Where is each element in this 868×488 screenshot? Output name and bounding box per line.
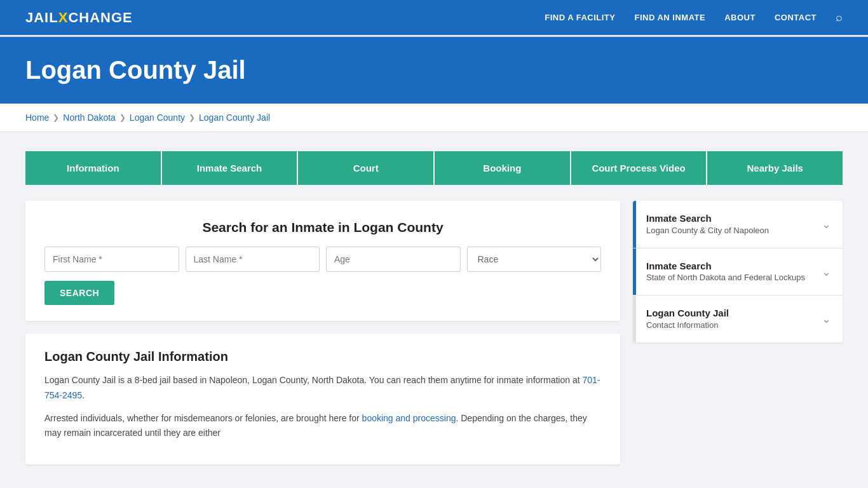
search-fields: Race White Black Hispanic Asian Other — [44, 247, 601, 272]
chevron-down-icon-2: ⌄ — [822, 265, 831, 279]
search-card-title: Search for an Inmate in Logan County — [44, 220, 601, 235]
logo[interactable]: JAIL XCHANGE — [25, 10, 133, 26]
race-select[interactable]: Race White Black Hispanic Asian Other — [467, 247, 602, 272]
tabs: Information Inmate Search Court Booking … — [25, 151, 843, 185]
navbar: JAIL XCHANGE FIND A FACILITY FIND AN INM… — [0, 0, 868, 37]
breadcrumb-current[interactable]: Logan County Jail — [199, 112, 270, 123]
sidebar-text-1: Inmate Search Logan County & City of Nap… — [646, 212, 815, 236]
page-title: Logan County Jail — [25, 56, 843, 85]
sidebar-title-main-1: Inmate Search — [646, 212, 815, 225]
age-input[interactable] — [326, 247, 461, 272]
tab-court[interactable]: Court — [298, 151, 433, 185]
info-card: Logan County Jail Information Logan Coun… — [25, 334, 620, 464]
sidebar-text-3: Logan County Jail Contact Information — [646, 307, 815, 331]
sidebar-title-sub-2: State of North Dakota and Federal Lockup… — [646, 272, 815, 283]
nav-find-inmate[interactable]: FIND AN INMATE — [634, 13, 705, 22]
first-name-input[interactable] — [44, 247, 179, 272]
info-card-title: Logan County Jail Information — [44, 349, 601, 364]
breadcrumb-lc[interactable]: Logan County — [130, 112, 185, 123]
sidebar-accent-2 — [633, 248, 636, 295]
nav-find-facility[interactable]: FIND A FACILITY — [545, 13, 615, 22]
breadcrumb-sep-2: ❯ — [119, 113, 126, 122]
main-panel: Search for an Inmate in Logan County Rac… — [25, 201, 620, 464]
tab-nearby-jails[interactable]: Nearby Jails — [707, 151, 843, 185]
breadcrumb-bar: Home ❯ North Dakota ❯ Logan County ❯ Log… — [0, 104, 868, 132]
sidebar-title-main-2: Inmate Search — [646, 260, 815, 273]
sidebar-accent-3 — [633, 295, 636, 342]
info-paragraph-1: Logan County Jail is a 8-bed jail based … — [44, 373, 601, 403]
logo-x: X — [58, 10, 69, 25]
breadcrumb-nd[interactable]: North Dakota — [63, 112, 115, 123]
search-card: Search for an Inmate in Logan County Rac… — [25, 201, 620, 321]
sidebar-title-sub-1: Logan County & City of Napoleon — [646, 225, 815, 236]
booking-link[interactable]: booking and processing — [362, 413, 456, 423]
content-area: Information Inmate Search Court Booking … — [0, 132, 868, 484]
tab-inmate-search[interactable]: Inmate Search — [162, 151, 297, 185]
tab-booking[interactable]: Booking — [435, 151, 570, 185]
main-layout: Search for an Inmate in Logan County Rac… — [25, 201, 843, 464]
search-icon[interactable]: ⌕ — [836, 11, 843, 24]
info-paragraph-2: Arrested individuals, whether for misdem… — [44, 411, 601, 442]
logo-jail-text: JAIL — [25, 10, 58, 26]
breadcrumb-sep-3: ❯ — [189, 113, 195, 122]
last-name-input[interactable] — [186, 247, 320, 272]
breadcrumb-home[interactable]: Home — [25, 112, 49, 123]
sidebar-item-inmate-search-local[interactable]: Inmate Search Logan County & City of Nap… — [633, 201, 843, 248]
tab-court-process-video[interactable]: Court Process Video — [571, 151, 707, 185]
sidebar-accent-1 — [633, 201, 636, 248]
hero-banner: Logan County Jail — [0, 37, 868, 104]
sidebar-item-contact-info[interactable]: Logan County Jail Contact Information ⌄ — [633, 295, 843, 342]
sidebar: Inmate Search Logan County & City of Nap… — [633, 201, 843, 342]
breadcrumb-sep-1: ❯ — [53, 113, 59, 122]
search-button[interactable]: SEARCH — [44, 281, 114, 305]
sidebar-title-sub-3: Contact Information — [646, 320, 815, 331]
sidebar-text-2: Inmate Search State of North Dakota and … — [646, 260, 815, 284]
logo-exchange-text: XCHANGE — [58, 10, 133, 26]
chevron-down-icon-3: ⌄ — [822, 312, 831, 326]
breadcrumb: Home ❯ North Dakota ❯ Logan County ❯ Log… — [25, 112, 843, 123]
nav-contact[interactable]: CONTACT — [775, 13, 817, 22]
tab-information[interactable]: Information — [25, 151, 161, 185]
sidebar-item-inmate-search-state[interactable]: Inmate Search State of North Dakota and … — [633, 248, 843, 296]
sidebar-title-main-3: Logan County Jail — [646, 307, 815, 320]
nav-about[interactable]: ABOUT — [724, 13, 756, 22]
navbar-links: FIND A FACILITY FIND AN INMATE ABOUT CON… — [545, 11, 843, 24]
chevron-down-icon-1: ⌄ — [822, 217, 831, 231]
